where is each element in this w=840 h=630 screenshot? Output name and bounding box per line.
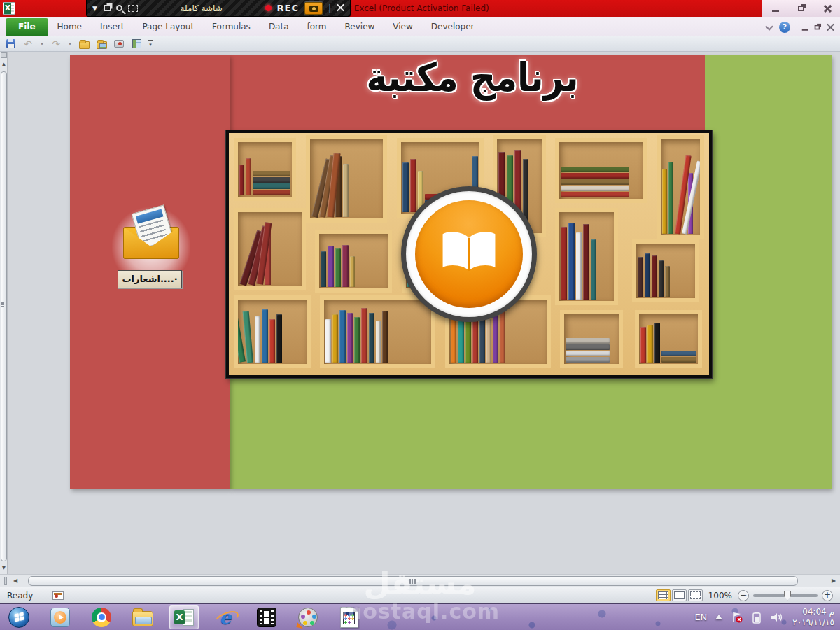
- shelf-compartment: [555, 138, 646, 203]
- book-spine: [343, 164, 349, 217]
- taskbar-item-chrome[interactable]: [87, 606, 116, 629]
- tab-formulas[interactable]: Formulas: [203, 18, 260, 36]
- window-capture-icon[interactable]: [104, 5, 111, 11]
- scrollbar-split-handle[interactable]: [1, 52, 7, 58]
- book-spine: [361, 308, 368, 362]
- tab-file[interactable]: File: [6, 18, 48, 36]
- screen: ب - Microsoft Excel (Product Activation …: [0, 0, 840, 630]
- save-button[interactable]: [4, 38, 17, 50]
- tab-form[interactable]: form: [298, 18, 336, 36]
- book-spine: [640, 327, 646, 362]
- book-spine: [369, 313, 374, 362]
- scroll-up-icon[interactable]: ▲: [0, 59, 8, 69]
- book-spine: [638, 257, 643, 298]
- shelf-compartment: [234, 295, 311, 368]
- minimize-button[interactable]: [766, 3, 785, 14]
- windows-orb-icon: [8, 607, 29, 628]
- insert-picture-button[interactable]: [95, 38, 108, 50]
- language-indicator[interactable]: EN: [694, 612, 707, 622]
- book-spine: [340, 310, 346, 363]
- worksheet-area: برنامج مكتبة اشعارات....·: [0, 52, 840, 574]
- taskbar-clock[interactable]: 04:04 م ٢٠١٩/١١/١٥: [792, 607, 834, 628]
- zoom-slider: − +: [738, 590, 833, 601]
- redo-button[interactable]: ↷: [50, 38, 62, 50]
- shelf-compartment: [555, 208, 617, 304]
- action-center-flag-icon[interactable]: [731, 611, 743, 624]
- envelope-icon[interactable]: [123, 218, 179, 259]
- help-icon[interactable]: ?: [779, 22, 790, 33]
- normal-view-button[interactable]: [656, 589, 671, 601]
- minimize-ribbon-icon[interactable]: [765, 22, 773, 30]
- show-hidden-icons[interactable]: [715, 615, 722, 620]
- book-spine: [500, 308, 505, 362]
- shelf-compartment: [234, 138, 296, 201]
- workbook-minimize-icon[interactable]: [802, 29, 808, 31]
- shelf-compartment: [657, 135, 705, 239]
- workbook-restore-icon[interactable]: [815, 25, 820, 30]
- excel-app-icon[interactable]: [3, 2, 15, 15]
- tab-split-handle[interactable]: [4, 577, 7, 585]
- magnifier-icon[interactable]: [116, 5, 122, 11]
- customize-qat-icon[interactable]: ▾: [148, 40, 153, 48]
- horizontal-scrollbar[interactable]: ◀ ▶: [0, 574, 840, 587]
- tab-home[interactable]: Home: [48, 18, 91, 36]
- horizontal-thumb-grip: [410, 579, 416, 584]
- taskbar-item-media-player[interactable]: [46, 606, 75, 629]
- notifications-button-label[interactable]: اشعارات....·: [118, 270, 182, 288]
- taskbar-item-explorer[interactable]: [128, 606, 158, 629]
- undo-button[interactable]: ↶: [22, 38, 34, 50]
- vertical-scroll-thumb[interactable]: [1, 71, 7, 561]
- zoom-level[interactable]: 100%: [708, 591, 732, 601]
- taskbar-item-internet-explorer[interactable]: e: [211, 606, 240, 629]
- tab-data[interactable]: Data: [260, 18, 298, 36]
- forms-app-icon: [340, 607, 358, 628]
- zoom-slider-track[interactable]: [753, 594, 818, 597]
- form-grid-button[interactable]: [130, 38, 143, 50]
- battery-icon[interactable]: [752, 611, 762, 624]
- taskbar-item-forms-app[interactable]: [335, 606, 364, 629]
- page-layout-view-button[interactable]: [672, 589, 687, 601]
- restore-button[interactable]: [792, 3, 811, 14]
- region-select-icon[interactable]: [128, 5, 138, 12]
- scroll-right-icon[interactable]: ▶: [829, 576, 839, 586]
- recorder-menu-icon[interactable]: ▼: [92, 5, 97, 12]
- book-spine: [354, 317, 360, 363]
- tab-view[interactable]: View: [384, 18, 421, 36]
- window-controls: [762, 0, 840, 17]
- book-spine: [654, 323, 660, 363]
- zoom-slider-thumb[interactable]: [784, 591, 791, 601]
- page-break-view-button[interactable]: [688, 589, 703, 601]
- book-spine: [659, 260, 664, 297]
- book-spine: [270, 319, 275, 362]
- status-bar: Ready 100% − +: [0, 587, 840, 603]
- recorder-close-icon[interactable]: [337, 4, 344, 12]
- notifications-shortcut[interactable]: اشعارات....·: [112, 207, 190, 312]
- book-spine: [350, 256, 355, 287]
- start-button[interactable]: [4, 606, 34, 629]
- camera-button[interactable]: [304, 2, 323, 15]
- volume-icon[interactable]: [770, 611, 784, 624]
- tab-review[interactable]: Review: [336, 18, 384, 36]
- taskbar-item-film-app[interactable]: [252, 606, 281, 629]
- scroll-left-icon[interactable]: ◀: [10, 576, 21, 586]
- book-spine: [576, 232, 582, 299]
- book-spine: [347, 313, 353, 362]
- tab-developer[interactable]: Developer: [422, 18, 484, 36]
- zoom-out-button[interactable]: −: [738, 590, 749, 601]
- book-spine: [382, 311, 388, 363]
- vertical-scrollbar[interactable]: ▲ ▼: [0, 52, 8, 574]
- taskbar-item-movie-maker[interactable]: [293, 606, 323, 629]
- close-button[interactable]: [818, 3, 836, 14]
- macro-record-icon[interactable]: [52, 592, 64, 600]
- undo-dropdown-icon[interactable]: ▾: [39, 38, 45, 50]
- library-book-badge: [401, 186, 537, 322]
- workbook-close-icon[interactable]: [826, 23, 834, 31]
- tab-page-layout[interactable]: Page Layout: [133, 18, 203, 36]
- tab-insert[interactable]: Insert: [91, 18, 133, 36]
- scroll-down-icon[interactable]: ▼: [0, 563, 8, 573]
- redo-dropdown-icon[interactable]: ▾: [67, 38, 73, 50]
- open-folder-button[interactable]: [78, 38, 90, 50]
- print-preview-button[interactable]: [113, 38, 125, 50]
- taskbar-item-excel[interactable]: X: [169, 606, 199, 629]
- zoom-in-button[interactable]: +: [822, 590, 833, 601]
